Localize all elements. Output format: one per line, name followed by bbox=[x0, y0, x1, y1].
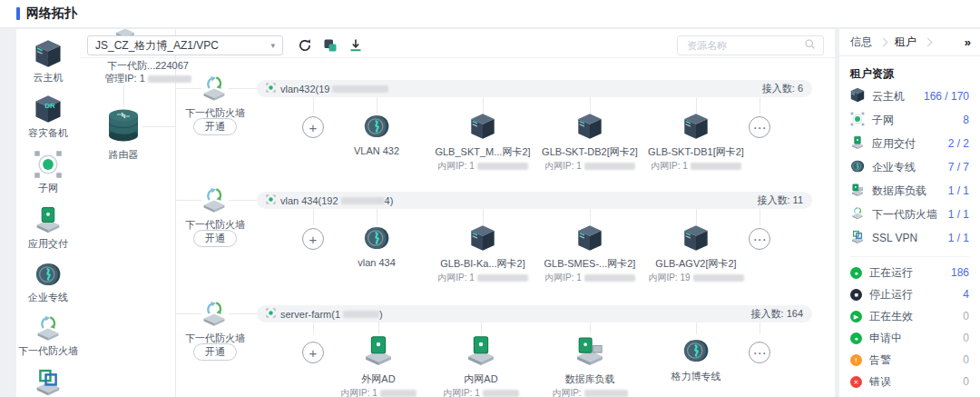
resource-count[interactable]: 2 / 2 bbox=[948, 137, 969, 150]
open-button[interactable]: 开通 bbox=[193, 118, 237, 135]
node-ip: 内网IP: 1 bbox=[636, 160, 756, 173]
error-status-icon: ✕ bbox=[850, 376, 862, 388]
resource-count[interactable]: 1 / 1 bbox=[948, 184, 969, 197]
subnet-bracket-icon bbox=[266, 308, 276, 321]
sidebar-item-label: 容灾备机 bbox=[28, 126, 68, 140]
chevron-right-icon bbox=[924, 38, 933, 47]
branch-line bbox=[229, 200, 257, 201]
tab-info[interactable]: 信息 bbox=[848, 33, 874, 52]
node-connector bbox=[377, 209, 377, 225]
more-icon: ⋯ bbox=[749, 228, 770, 250]
sidebar-item-label: 云主机 bbox=[34, 71, 64, 84]
node-ip: 内网IP: 1 bbox=[423, 272, 543, 284]
sidebar-item-enterprise-line[interactable]: 企业专线 bbox=[16, 251, 80, 304]
applying-status-icon: ● bbox=[850, 332, 862, 344]
node-label: vlan 434 bbox=[317, 257, 436, 268]
resource-row-app-delivery[interactable]: 应用交付 2 / 2 bbox=[850, 132, 969, 155]
resource-row-firewall[interactable]: 下一代防火墙 1 / 1 bbox=[850, 203, 969, 226]
masked-cidr bbox=[332, 85, 388, 93]
resource-row-ssl-vpn[interactable]: SSL VPN 1 / 1 bbox=[850, 226, 969, 250]
server-node[interactable]: GLB-BI-Ka...网卡2] 内网IP: 1 bbox=[423, 224, 543, 284]
masked-ip bbox=[483, 390, 519, 397]
subnet-bracket-icon bbox=[266, 83, 276, 95]
db-loadbalancer-node[interactable]: 数据库负载 内网IP: bbox=[530, 334, 650, 397]
router-icon[interactable] bbox=[105, 107, 142, 148]
masked-ip bbox=[584, 390, 628, 397]
section-title: 租户资源 bbox=[850, 66, 969, 82]
download-icon[interactable] bbox=[348, 38, 363, 53]
group-name-prefix: vlan432(19 bbox=[280, 84, 329, 94]
node-connector bbox=[696, 323, 697, 334]
root-firewall-mgmt-ip: 管理IP: 1 bbox=[91, 72, 205, 85]
resource-row-enterprise-line[interactable]: 企业专线 7 / 7 bbox=[850, 155, 969, 179]
more-nodes-button[interactable]: ⋯ bbox=[700, 342, 819, 363]
group-name-prefix: vlan 434(192 bbox=[280, 195, 338, 206]
resource-row-db-loadbalancer[interactable]: 数据库负载 1 / 1 bbox=[850, 179, 969, 203]
vlan-node[interactable]: vlan 434 bbox=[317, 224, 436, 268]
sidebar-item-label: 子网 bbox=[38, 182, 58, 195]
status-count: 0 bbox=[963, 310, 969, 323]
resource-count[interactable]: 1 / 1 bbox=[948, 232, 969, 244]
node-connector bbox=[313, 97, 314, 114]
sidebar-item-dr-host[interactable]: 容灾备机 bbox=[16, 84, 80, 140]
resource-count[interactable]: 7 / 7 bbox=[948, 161, 969, 174]
subnet-group-name: vlan 434(1924) bbox=[280, 195, 393, 206]
status-count[interactable]: 186 bbox=[951, 266, 969, 279]
status-row-stopped: ■ 停止运行 4 bbox=[850, 283, 969, 305]
vlan-icon bbox=[363, 242, 390, 254]
subnet-group-pill[interactable]: server-farm(1) 接入数: 164 bbox=[257, 305, 812, 323]
sidebar-item-firewall[interactable]: 下一代防火墙 bbox=[16, 304, 80, 358]
node-ip: 内网IP: 1 bbox=[421, 387, 541, 397]
resource-row-subnet[interactable]: 子网 8 bbox=[850, 108, 969, 132]
server-node[interactable]: GLB_SKT_M...网卡2] 内网IP: 1 bbox=[423, 113, 543, 173]
refresh-icon[interactable] bbox=[298, 38, 312, 53]
masked-ip bbox=[380, 390, 416, 397]
resource-count[interactable]: 166 / 170 bbox=[924, 90, 969, 103]
subnet-group-name: server-farm(1) bbox=[280, 309, 383, 320]
firewall-node-icon[interactable] bbox=[200, 300, 229, 330]
resource-count[interactable]: 8 bbox=[963, 114, 969, 126]
sidebar-item-app-delivery[interactable]: 应用交付 bbox=[16, 195, 80, 251]
topology-row: 下一代防火墙 开通 server-farm(1) 接入数: 164 + 外网AD bbox=[80, 305, 835, 397]
node-connector bbox=[590, 323, 591, 334]
collapse-panel-icon[interactable]: » bbox=[965, 35, 971, 49]
enterprise-line-icon bbox=[850, 159, 865, 176]
alarm-status-icon: ! bbox=[850, 354, 862, 366]
firewall-node-icon[interactable] bbox=[200, 186, 229, 216]
node-label: 格力博专线 bbox=[636, 370, 756, 383]
open-button[interactable]: 开通 bbox=[193, 343, 237, 361]
group-name-prefix: server-farm(1 bbox=[280, 309, 340, 320]
app-delivery-node[interactable]: 内网AD 内网IP: 1 bbox=[421, 334, 541, 397]
subnet-icon bbox=[34, 150, 63, 179]
status-count[interactable]: 4 bbox=[963, 288, 969, 301]
firewall-icon bbox=[34, 314, 63, 342]
server-node[interactable]: GLB-SMES-...网卡2] 内网IP: 1 bbox=[530, 224, 650, 284]
more-nodes-button[interactable]: ⋯ bbox=[700, 116, 819, 138]
vpc-selector-dropdown[interactable]: JS_CZ_格力博_AZ1/VPC ▾ bbox=[87, 35, 283, 55]
status-row-alarm: ! 告警 0 bbox=[850, 349, 969, 371]
server-node[interactable]: GLB-SKT-DB2[网卡2] 内网IP: 1 bbox=[530, 113, 650, 173]
tab-tenant[interactable]: 租户 bbox=[893, 33, 918, 52]
node-connector bbox=[760, 323, 760, 334]
ssl-vpn-icon bbox=[850, 230, 865, 247]
resource-count[interactable]: 1 / 1 bbox=[948, 208, 969, 221]
resource-type-sidebar: 云主机 容灾备机 子网 应用交付 企业专线 下一代防火墙 SSL VPN bbox=[16, 29, 80, 397]
resource-row-cloud-host[interactable]: 云主机 166 / 170 bbox=[850, 84, 969, 108]
status-count: 0 bbox=[963, 375, 969, 388]
ssl-vpn-icon bbox=[34, 368, 63, 397]
in-effect-status-icon: ▶ bbox=[850, 311, 862, 323]
sidebar-item-cloud-host[interactable]: 云主机 bbox=[16, 29, 80, 84]
open-button[interactable]: 开通 bbox=[193, 230, 237, 247]
more-nodes-button[interactable]: ⋯ bbox=[700, 228, 819, 250]
subnet-group-name: vlan432(19 bbox=[280, 84, 388, 94]
vlan-node[interactable]: VLAN 432 bbox=[317, 113, 436, 156]
subnet-group-pill[interactable]: vlan432(19 接入数: 6 bbox=[257, 80, 812, 97]
search-input[interactable] bbox=[685, 39, 804, 52]
masked-cidr bbox=[343, 311, 379, 318]
access-count-label: 接入数: 6 bbox=[762, 82, 803, 95]
sidebar-item-ssl-vpn[interactable]: SSL VPN bbox=[16, 358, 80, 397]
sidebar-item-subnet[interactable]: 子网 bbox=[16, 140, 80, 195]
export-image-icon[interactable] bbox=[323, 38, 338, 53]
topology-canvas: JS_CZ_格力博_AZ1/VPC ▾ 下一代防...224067 管理IP: … bbox=[80, 29, 835, 397]
subnet-group-pill[interactable]: vlan 434(1924) 接入数: 11 bbox=[257, 192, 812, 209]
